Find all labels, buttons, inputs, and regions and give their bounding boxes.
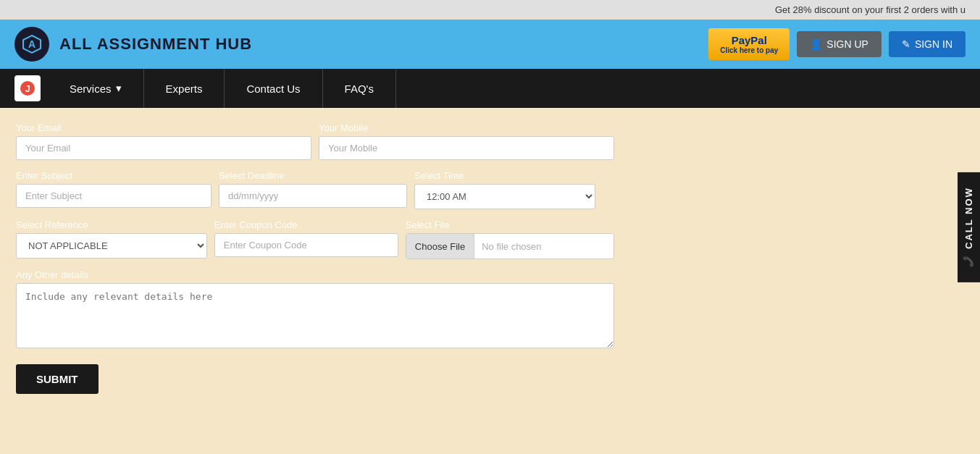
svg-text:A: A [28, 38, 35, 50]
time-label: Select Time [414, 170, 595, 181]
details-textarea[interactable] [16, 283, 614, 348]
navbar: J Services ▾ Experts Contact Us FAQ's [0, 69, 980, 108]
time-group: Select Time 12:00 AM 1:00 AM 6:00 AM 12:… [414, 170, 595, 209]
nav-item-services[interactable]: Services ▾ [48, 69, 144, 108]
brand-name: ALL ASSIGNMENT HUB [59, 35, 252, 54]
email-group: Your Email [16, 122, 311, 160]
details-row: Any Other details [16, 269, 614, 348]
main-content: Your Email Your Mobile Enter Subject Sel… [0, 108, 980, 416]
chevron-down-icon: ▾ [116, 82, 122, 95]
svg-text:J: J [25, 83, 30, 94]
nav-item-contact[interactable]: Contact Us [225, 69, 322, 108]
call-now-label: CALL NOW [963, 187, 974, 249]
choose-file-label: Choose File [415, 241, 465, 252]
details-group: Any Other details [16, 269, 614, 348]
header: A ALL ASSIGNMENT HUB PayPal Click here t… [0, 20, 980, 69]
subject-input[interactable] [16, 184, 212, 208]
form-inner: Your Email Your Mobile Enter Subject Sel… [16, 122, 614, 394]
paypal-button[interactable]: PayPal Click here to pay [708, 28, 790, 60]
submit-label: SUBMIT [36, 373, 78, 385]
email-mobile-row: Your Email Your Mobile [16, 122, 614, 160]
reference-label: Select Reference [16, 219, 207, 230]
reference-group: Select Reference NOT APPLICABLE APA MLA … [16, 219, 207, 259]
nav-services-label: Services [70, 83, 112, 95]
nav-item-experts[interactable]: Experts [144, 69, 225, 108]
nav-item-faq[interactable]: FAQ's [323, 69, 396, 108]
signup-label: SIGN UP [826, 38, 868, 50]
time-select[interactable]: 12:00 AM 1:00 AM 6:00 AM 12:00 PM [414, 184, 595, 209]
coupon-group: Enter Coupon Code [214, 219, 398, 259]
signin-icon: ✎ [902, 38, 910, 50]
call-now-button[interactable]: 📞 CALL NOW [958, 172, 980, 282]
paypal-sub: Click here to pay [720, 46, 778, 54]
nav-items: Services ▾ Experts Contact Us FAQ's [48, 69, 966, 108]
nav-logo-small: J [14, 75, 41, 101]
choose-file-button[interactable]: Choose File [406, 234, 474, 258]
submit-button[interactable]: SUBMIT [16, 364, 99, 394]
file-chosen-text: No file chosen [474, 241, 548, 252]
phone-icon: 📞 [963, 254, 974, 267]
mobile-group: Your Mobile [319, 122, 614, 160]
subject-deadline-row: Enter Subject Select Deadline Select Tim… [16, 170, 614, 209]
email-label: Your Email [16, 122, 311, 133]
email-input[interactable] [16, 136, 311, 160]
coupon-label: Enter Coupon Code [214, 219, 398, 230]
details-label: Any Other details [16, 269, 614, 280]
file-group: Select File Choose File No file chosen [406, 219, 614, 259]
nav-experts-label: Experts [166, 83, 203, 95]
file-label: Select File [406, 219, 614, 230]
mobile-input[interactable] [319, 136, 614, 160]
coupon-input[interactable] [214, 233, 398, 257]
signin-label: SIGN IN [915, 38, 952, 50]
signin-button[interactable]: ✎ SIGN IN [889, 31, 966, 57]
paypal-label: PayPal [720, 34, 778, 46]
right-section [630, 108, 980, 416]
deadline-input[interactable] [219, 184, 407, 208]
nav-faq-label: FAQ's [345, 83, 374, 95]
banner-text: Get 28% discount on your first 2 orders … [775, 4, 966, 15]
mobile-label: Your Mobile [319, 122, 614, 133]
subject-label: Enter Subject [16, 170, 212, 181]
reference-coupon-row: Select Reference NOT APPLICABLE APA MLA … [16, 219, 614, 259]
signup-button[interactable]: 👤 SIGN UP [797, 31, 881, 57]
logo-icon: A [14, 27, 49, 62]
header-right: PayPal Click here to pay 👤 SIGN UP ✎ SIG… [708, 28, 966, 60]
deadline-label: Select Deadline [219, 170, 407, 181]
header-left: A ALL ASSIGNMENT HUB [14, 27, 252, 62]
top-banner: Get 28% discount on your first 2 orders … [0, 0, 980, 20]
deadline-group: Select Deadline [219, 170, 407, 209]
reference-select[interactable]: NOT APPLICABLE APA MLA Harvard Chicago [16, 233, 207, 258]
form-section: Your Email Your Mobile Enter Subject Sel… [0, 108, 630, 416]
person-icon: 👤 [810, 38, 822, 50]
file-input-wrapper: Choose File No file chosen [406, 233, 614, 259]
nav-contact-label: Contact Us [246, 83, 300, 95]
subject-group: Enter Subject [16, 170, 212, 209]
